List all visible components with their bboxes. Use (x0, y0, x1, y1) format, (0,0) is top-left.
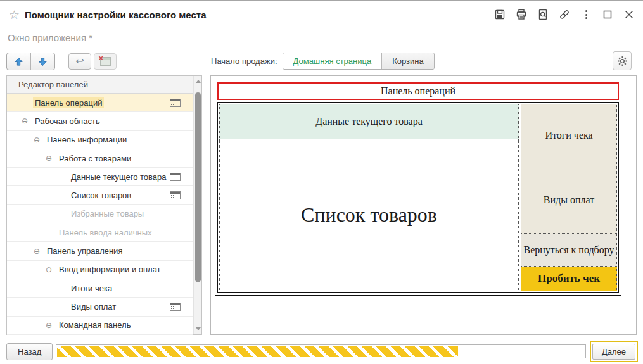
move-down-button[interactable] (30, 53, 54, 70)
layout-preview: Панель операций Данные текущего товара С… (210, 75, 637, 335)
tree-indent (7, 306, 69, 307)
tree-item[interactable]: Итоги чека (7, 279, 193, 298)
print-preview-icon[interactable] (535, 7, 551, 22)
collapse-icon[interactable]: ⊖ (34, 136, 45, 144)
tree-item-label: Итоги чека (69, 283, 114, 294)
collapse-icon[interactable]: ⊖ (46, 266, 57, 273)
tree-item[interactable]: ⊖Ввод информации и оплат (7, 261, 193, 279)
preview-payment-types-panel[interactable]: Виды оплат (521, 166, 617, 234)
tree-item[interactable]: Панель ввода наличных (7, 223, 193, 242)
link-icon[interactable] (557, 7, 572, 22)
tree-item-label: Избранные товары (69, 208, 146, 219)
tree-scrollbar[interactable] (193, 76, 201, 334)
tree-item[interactable]: ⊖Панель информации (7, 131, 193, 149)
preview-right-column: Итоги чека Виды оплат Вернуться к подбор… (521, 104, 617, 291)
move-buttons-group (6, 53, 55, 70)
sale-start-control: Начало продажи: Домашняя страницаКорзина (211, 53, 435, 70)
preview-operations-panel[interactable]: Панель операций (217, 82, 619, 100)
tree-indent (7, 121, 22, 122)
preview-receipt-totals-panel[interactable]: Итоги чека (521, 104, 617, 166)
tree-indent (7, 139, 34, 140)
progress-bar (56, 344, 586, 358)
panel-editor-tree: Редактор панелей Панель операций⊖Рабочая… (6, 75, 202, 335)
settings-button[interactable] (613, 51, 632, 70)
tree-item-label: Панель информации (45, 134, 129, 145)
tree-indent (7, 213, 69, 214)
preview-commit-receipt-button[interactable]: Пробить чек (521, 267, 617, 291)
save-icon[interactable] (492, 7, 507, 22)
titlebar-actions (492, 7, 637, 22)
tree-indent (7, 269, 46, 270)
tree-item[interactable]: ⊖Работа с товарами (7, 149, 193, 168)
tree-item-label: Рабочая область (33, 116, 102, 127)
sale-start-label: Начало продажи: (211, 56, 277, 66)
collapse-icon[interactable]: ⊖ (46, 322, 57, 329)
tree-indent (7, 158, 46, 159)
titlebar: ☆ Помощник настройки кассового места (0, 1, 643, 28)
reset-button[interactable]: ↩ (68, 53, 91, 70)
collapse-icon[interactable]: ⊖ (34, 248, 45, 255)
tree-item[interactable]: Данные текущего товара (7, 168, 193, 186)
form-subtitle: Окно приложения * (8, 32, 92, 43)
gear-icon (617, 56, 628, 66)
tree-indent (7, 325, 46, 325)
scroll-up-icon[interactable] (196, 80, 201, 83)
tree-indent (7, 195, 69, 196)
tree-item-label: Список товаров (69, 190, 133, 201)
tree-item[interactable]: Виды оплат (7, 298, 193, 316)
tree-item-label: Виды оплат (69, 301, 118, 312)
tree-item[interactable]: Список товаров (7, 186, 193, 204)
collapse-icon[interactable]: ⊖ (46, 154, 57, 162)
tree-item-label: Данные текущего товара (69, 172, 169, 182)
close-icon[interactable] (621, 7, 637, 22)
tree-indent (7, 103, 33, 103)
segment-selected[interactable]: Домашняя страница (283, 53, 382, 69)
tree-item[interactable]: ⊖Панель управления (7, 242, 193, 260)
table-icon (170, 303, 181, 311)
print-icon[interactable] (514, 7, 529, 22)
sale-start-segmented: Домашняя страницаКорзина (283, 53, 435, 70)
scroll-down-icon[interactable] (196, 327, 201, 330)
tree-item-label: Командная панель (57, 320, 132, 330)
tree-item-label: Панель ввода наличных (57, 227, 154, 238)
tree-item-label: Панель управления (45, 246, 124, 256)
app-window: ☆ Помощник настройки кассового места (0, 0, 643, 364)
favorite-star-icon[interactable]: ☆ (9, 8, 20, 22)
remove-table-icon (100, 57, 111, 66)
scrollbar-thumb[interactable] (195, 92, 201, 282)
tree-item[interactable]: ⊖Командная панель (7, 317, 193, 335)
tree-item-label: Работа с товарами (57, 153, 133, 164)
maximize-icon[interactable] (600, 7, 615, 22)
next-button-ring[interactable]: Далее (590, 341, 638, 362)
preview-back-to-selection-button[interactable]: Вернуться к подбору (521, 234, 617, 267)
tree-indent (7, 288, 69, 289)
next-button[interactable]: Далее (592, 344, 635, 360)
preview-root-area: Панель операций Данные текущего товара С… (215, 80, 621, 296)
preview-current-item-panel[interactable]: Данные текущего товара (219, 104, 519, 139)
tree-indent (7, 177, 69, 177)
segment-option[interactable]: Корзина (381, 53, 434, 69)
tree-item-label: Ввод информации и оплат (57, 264, 163, 275)
tree-item[interactable]: Панель операций (7, 94, 193, 112)
page-title: Помощник настройки кассового места (25, 9, 207, 20)
tree-item-label: Панель операций (33, 97, 104, 108)
remove-table-button[interactable] (94, 53, 117, 70)
tree-item[interactable]: ⊖Рабочая область (7, 112, 193, 130)
preview-left-column: Данные текущего товара Список товаров (219, 104, 519, 291)
undo-icon: ↩ (75, 56, 84, 66)
back-button[interactable]: Назад (6, 343, 53, 360)
table-icon (170, 99, 181, 107)
tree-rows: Панель операций⊖Рабочая область⊖Панель и… (7, 94, 193, 334)
move-up-button[interactable] (7, 53, 30, 70)
more-menu-icon[interactable] (578, 7, 594, 22)
progress-fill (57, 346, 458, 357)
tree-indent (7, 251, 34, 251)
table-icon (170, 191, 181, 199)
preview-work-area: Данные текущего товара Список товаров Ит… (217, 102, 619, 293)
panel-toolbar: ↩ (6, 53, 117, 70)
collapse-icon[interactable]: ⊖ (22, 117, 33, 125)
preview-items-list-panel[interactable]: Список товаров (219, 139, 519, 291)
table-icon (170, 173, 181, 181)
tree-indent (7, 232, 57, 233)
tree-item[interactable]: Избранные товары (7, 205, 193, 223)
